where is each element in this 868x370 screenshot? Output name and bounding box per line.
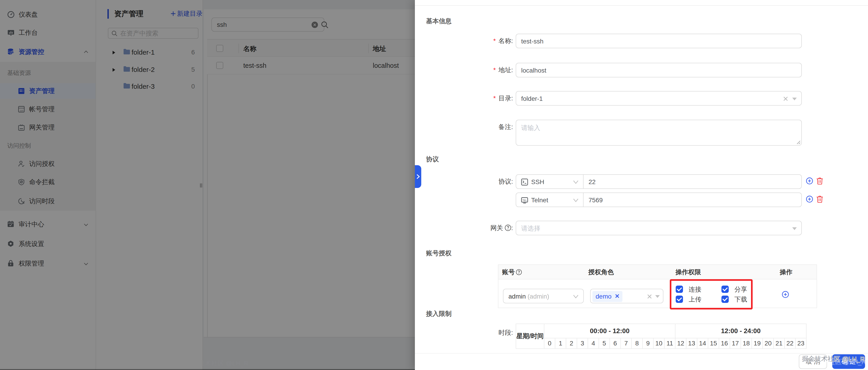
- svg-text:TEL: TEL: [522, 199, 527, 202]
